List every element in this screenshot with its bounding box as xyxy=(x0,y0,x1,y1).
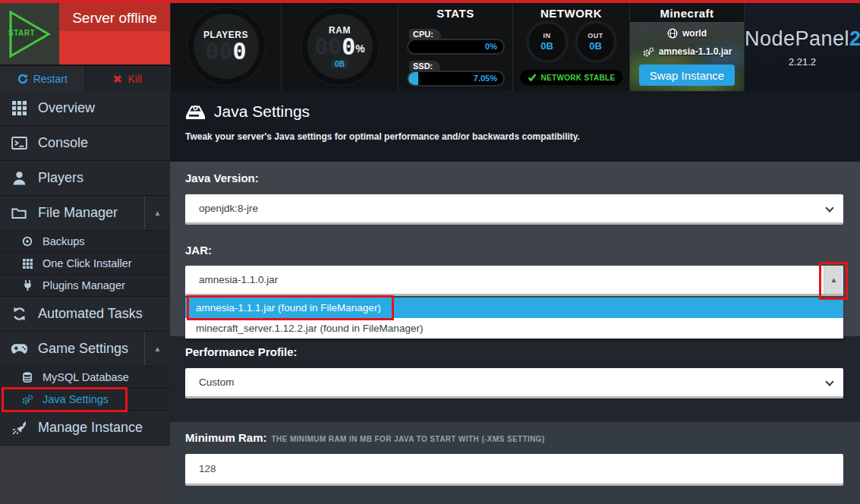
sidebar-item-one-click-installer[interactable]: One Click Installer xyxy=(0,253,170,275)
sidebar-item-label: One Click Installer xyxy=(43,257,132,269)
kill-x-icon xyxy=(113,74,122,83)
page-title: Java Settings xyxy=(214,102,310,121)
stats-panel: STATS CPU: 0% SSD: 7.05% xyxy=(398,3,512,91)
ssd-bar-fill xyxy=(408,72,418,85)
ram-panel: RAM 000% 0B xyxy=(281,3,398,91)
cpu-label: CPU: xyxy=(409,29,441,39)
sidebar-item-overview[interactable]: Overview xyxy=(0,91,170,126)
ram-gauge: RAM 000% 0B xyxy=(307,14,373,79)
minimum-ram-label: Minimum Ram: xyxy=(185,431,267,444)
sidebar-item-label: File Manager xyxy=(38,205,118,221)
network-out-gauge: OUT 0B xyxy=(578,24,614,60)
minimum-ram-hint: THE MINIMUM RAM IN MB FOR JAVA TO START … xyxy=(272,435,545,443)
sync-arrows-icon xyxy=(10,307,28,321)
main-content: Java Settings Tweak your server's Java s… xyxy=(170,91,860,504)
performance-profile-select[interactable]: Custom xyxy=(185,368,843,398)
network-title: NETWORK xyxy=(513,7,629,20)
page-description: Tweak your server's Java settings for op… xyxy=(185,131,845,142)
jar-option-minecraft-server[interactable]: minecraft_server.1.12.2.jar (found in Fi… xyxy=(185,318,843,339)
swap-instance-button[interactable]: Swap Instance xyxy=(639,65,735,86)
sidebar-item-label: MySQL Database xyxy=(43,371,129,383)
sidebar-item-java-settings[interactable]: Java Settings xyxy=(0,389,170,411)
jar-label: JAR: xyxy=(185,244,212,257)
java-version-value: openjdk:8-jre xyxy=(199,203,258,214)
ram-percent-unit: % xyxy=(355,37,364,60)
jar-row: amnesia-1.1.0.jar xyxy=(630,46,744,57)
sidebar-item-label: Console xyxy=(38,135,88,151)
sidebar-item-label: Backups xyxy=(43,235,85,247)
server-controls: START Server offline Restart Kill xyxy=(0,3,170,91)
performance-profile-section: Performance Profile: Custom xyxy=(170,336,860,422)
restart-button[interactable]: Restart xyxy=(0,66,86,91)
network-out-label: OUT xyxy=(588,32,603,39)
gamepad-icon xyxy=(10,343,28,354)
chevron-down-icon xyxy=(825,203,833,212)
nodepanel-app: START Server offline Restart Kill xyxy=(0,0,860,504)
sidebar-item-console[interactable]: Console xyxy=(0,126,170,161)
chevron-down-icon xyxy=(825,377,833,386)
network-status-badge: NETWORK STABLE xyxy=(520,70,623,85)
sidebar-item-manage-instance[interactable]: Manage Instance xyxy=(0,411,170,446)
sidebar-nav: Overview Console Players File Manager ▲ xyxy=(0,91,170,504)
minecraft-panel: Minecraft world amnesia-1.1.0.jar Swap I… xyxy=(629,3,744,91)
network-panel: NETWORK IN 0B OUT 0B NETWORK STABLE xyxy=(512,3,629,91)
terminal-icon xyxy=(10,137,28,150)
brand-logo: NodePanel2 xyxy=(745,27,860,51)
database-icon xyxy=(20,372,34,383)
grid-icon xyxy=(20,259,34,269)
collapse-arrow-icon[interactable]: ▲ xyxy=(144,332,170,366)
start-button-label: START xyxy=(8,29,35,37)
players-panel: PLAYERS 000 xyxy=(170,3,281,91)
java-version-label: Java Version: xyxy=(185,172,259,184)
sidebar-item-players[interactable]: Players xyxy=(0,161,170,196)
user-icon xyxy=(10,171,28,185)
sidebar-item-mysql-database[interactable]: MySQL Database xyxy=(0,367,170,389)
cpu-stat: CPU: 0% xyxy=(408,27,503,53)
folder-icon xyxy=(10,206,28,219)
kill-button[interactable]: Kill xyxy=(86,66,171,91)
jar-option-amnesia-1-1-1[interactable]: amnesia-1.1.1.jar (found in FileManager) xyxy=(185,298,843,318)
stats-title: STATS xyxy=(398,7,512,20)
network-in-gauge: IN 0B xyxy=(529,24,565,60)
start-button[interactable]: START xyxy=(0,3,59,65)
network-out-value: 0B xyxy=(589,40,602,52)
sidebar-item-label: Overview xyxy=(38,100,95,116)
ssd-stat: SSD: 7.05% xyxy=(408,58,503,85)
java-version-select[interactable]: openjdk:8-jre xyxy=(185,194,843,225)
ram-bytes: 0B xyxy=(332,60,348,68)
sidebar-item-file-manager[interactable]: File Manager ▲ xyxy=(0,196,170,231)
world-name: world xyxy=(682,28,707,39)
check-icon xyxy=(528,73,537,82)
jar-input[interactable] xyxy=(185,266,824,294)
sidebar-item-plugins-manager[interactable]: Plugins Manager xyxy=(0,275,170,297)
network-in-label: IN xyxy=(543,32,551,39)
sidebar-item-backups[interactable]: Backups xyxy=(0,231,170,253)
sidebar-item-game-settings[interactable]: Game Settings ▲ xyxy=(0,332,170,367)
gears-icon xyxy=(642,47,654,57)
server-status-banner: Server offline xyxy=(59,3,170,65)
minimum-ram-input[interactable] xyxy=(185,454,843,486)
kill-button-label: Kill xyxy=(128,73,142,85)
grid-icon xyxy=(10,101,28,115)
panel-version: 2.21.2 xyxy=(745,56,860,68)
server-action-bar: Restart Kill xyxy=(0,65,170,91)
plug-icon xyxy=(20,280,34,291)
ram-ghost-digits: 00 xyxy=(314,36,342,58)
page-header: Java Settings Tweak your server's Java s… xyxy=(170,91,860,162)
world-row: world xyxy=(630,28,744,39)
performance-profile-label: Performance Profile: xyxy=(185,345,298,358)
network-in-value: 0B xyxy=(540,40,553,52)
cpu-bar: 0% xyxy=(408,40,503,53)
players-count: 0 xyxy=(233,40,247,63)
sidebar-item-label: Game Settings xyxy=(38,341,128,357)
sidebar-item-automated-tasks[interactable]: Automated Tasks xyxy=(0,297,170,332)
jar-dropdown-toggle-button[interactable]: ▲ xyxy=(824,266,843,294)
sidebar-item-label: Players xyxy=(38,170,83,186)
jar-combobox: ▲ xyxy=(185,266,843,296)
ssd-bar: 7.05% xyxy=(408,72,503,85)
performance-profile-value: Custom xyxy=(199,376,235,388)
sidebar-item-label: Automated Tasks xyxy=(38,306,143,322)
collapse-arrow-icon[interactable]: ▲ xyxy=(144,196,170,230)
brand-panel: NodePanel2 2.21.2 xyxy=(744,3,860,91)
restart-icon xyxy=(17,74,28,84)
